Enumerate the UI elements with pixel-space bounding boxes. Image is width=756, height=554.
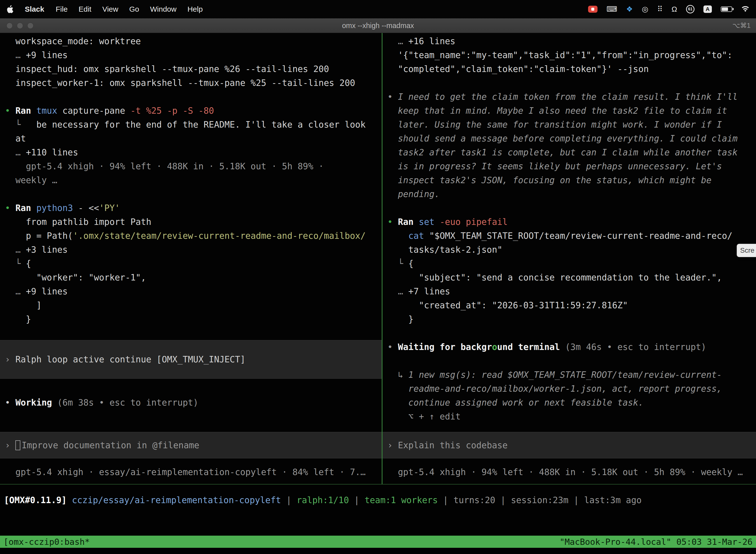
text-segment: tmux <box>36 106 57 116</box>
dots-grid-icon[interactable]: ⠿ <box>657 5 663 13</box>
text-segment: (3m 46s • esc to interrupt) <box>560 342 706 352</box>
text-segment: weekly … <box>5 175 57 185</box>
keyboard-icon[interactable]: ⌨ <box>607 5 617 13</box>
text-segment: cat <box>408 231 424 241</box>
terminal-line: readme-and-reco/mailbox/worker-1.json, a… <box>387 382 756 396</box>
text-segment: '.omx/state/team/review-current-readme-a… <box>73 231 366 241</box>
terminal-line: "created_at": "2026-03-31T11:59:27.816Z" <box>387 298 756 312</box>
text-segment: at <box>5 133 26 144</box>
terminal-line: workspace_mode: worktree <box>5 34 382 48</box>
text-segment: ] <box>5 300 42 310</box>
text-segment: • <box>387 92 398 102</box>
terminal-line <box>387 354 756 368</box>
terminal-line: • Ran set -euo pipefail <box>387 215 756 229</box>
text-segment: › <box>5 440 15 450</box>
text-segment: › <box>5 354 15 365</box>
menu-items: FileEditViewGoWindowHelp <box>56 5 203 13</box>
active-app-name[interactable]: Slack <box>25 5 44 13</box>
blue-app-icon[interactable]: ❖ <box>626 5 633 13</box>
text-segment: "$OMX_TEAM_STATE_ROOT/team/review-curren… <box>424 231 733 241</box>
text-segment: … <box>5 286 26 296</box>
record-dot <box>591 8 594 11</box>
terminal-line: keep that in mind. Maybe I also need the… <box>387 104 756 118</box>
terminal-line: } <box>387 312 756 326</box>
text-segment: +7 lines <box>408 286 450 296</box>
text-segment: | <box>349 495 365 505</box>
left-pane[interactable]: workspace_mode: worktree … +9 lines insp… <box>0 33 382 484</box>
close-button[interactable] <box>6 22 13 29</box>
battery-icon[interactable] <box>721 6 732 12</box>
text-segment: team:1 workers <box>365 495 438 505</box>
ghost-icon[interactable]: Ω <box>672 5 677 13</box>
text-segment: later. Using the same for transition mig… <box>387 120 722 129</box>
text-segment: 1 new msg(s): read $OMX_TEAM_STATE_ROOT/… <box>408 370 722 380</box>
prompt-text: › Improve documentation in @filename <box>5 438 199 452</box>
menu-go[interactable]: Go <box>129 5 139 13</box>
menu-help[interactable]: Help <box>188 5 203 13</box>
input-source-icon[interactable]: A <box>703 5 712 13</box>
wifi-icon[interactable] <box>741 6 750 12</box>
text-segment: • <box>5 106 15 116</box>
prompt-text: › Ralph loop active continue [OMX_TMUX_I… <box>5 352 245 366</box>
terminal-line: at <box>5 131 382 146</box>
text-segment: └ <box>387 259 408 269</box>
menu-bar-status-icons: ⌨❖◎⠿Ω61A <box>588 5 750 13</box>
terminal-line <box>5 90 382 104</box>
text-segment: └ <box>5 120 36 129</box>
text-segment: } <box>387 314 414 324</box>
terminal-line: from pathlib import Path <box>5 215 382 229</box>
text-segment: "worker": "worker-1", <box>5 273 146 282</box>
wifi-svg <box>741 6 750 12</box>
prompt-text: › Explain this codebase <box>387 438 508 452</box>
zoom-button[interactable] <box>27 22 34 29</box>
omx-status-line: [OMX#0.11.9] cczip/essay/ai-reimplementa… <box>4 493 756 507</box>
window-title: omx --xhigh --madmax <box>0 21 756 30</box>
clock-icon[interactable]: ◎ <box>642 5 648 13</box>
spacer <box>5 458 382 465</box>
text-segment: from pathlib import Path <box>5 217 151 227</box>
ralph-loop-prompt[interactable]: › Ralph loop active continue [OMX_TMUX_I… <box>0 340 382 379</box>
screen: Slack FileEditViewGoWindowHelp ⌨❖◎⠿Ω61A … <box>0 0 756 554</box>
text-segment: | <box>281 495 297 505</box>
improve-docs-prompt[interactable]: › Improve documentation in @filename <box>0 432 382 458</box>
text-segment: "subject": "send a concise recommendatio… <box>387 273 722 282</box>
text-segment: { <box>408 259 414 269</box>
text-segment: { <box>26 259 31 269</box>
text-segment: Explain this codebase <box>398 440 508 450</box>
menu-view[interactable]: View <box>102 5 118 13</box>
terminal-line: • Ran python3 - <<'PY' <box>5 201 382 215</box>
menu-window[interactable]: Window <box>150 5 177 13</box>
apple-logo-icon[interactable] <box>6 5 13 13</box>
text-segment: "completed","claim_token":"claim-token"}… <box>387 64 649 74</box>
menu-edit[interactable]: Edit <box>79 5 91 13</box>
right-pane[interactable]: … +16 lines '{"team_name":"my-team","tas… <box>382 33 756 484</box>
terminal-line: should send a message before completing … <box>387 131 756 146</box>
screen-recording-indicator[interactable] <box>588 6 597 13</box>
text-segment: › <box>387 440 398 450</box>
window-title-bar[interactable]: omx --xhigh --madmax ⌥⌘1 <box>0 18 756 33</box>
text-segment: - << <box>73 203 99 213</box>
spacer <box>387 424 756 432</box>
explain-codebase-prompt[interactable]: › Explain this codebase <box>382 432 756 458</box>
minimize-button[interactable] <box>17 22 23 29</box>
battery-percent-badge[interactable]: 61 <box>686 5 694 13</box>
text-segment: continue assigned work or next feasible … <box>387 398 644 407</box>
text-segment: I need to get the claim token from the c… <box>398 92 738 102</box>
terminal-line: inspect_hud: omx sparkshell --tmux-pane … <box>5 62 382 76</box>
text-segment: capture-pane <box>57 106 130 116</box>
terminal-line: "worker": "worker-1", <box>5 271 382 284</box>
screenshot-notification-clipped[interactable]: Scre <box>737 244 756 257</box>
text-segment: inspect_worker-1: omx sparkshell --tmux-… <box>5 78 355 88</box>
terminal-line: … +9 lines <box>5 284 382 298</box>
text-segment: Ran <box>15 203 31 213</box>
text-segment: Ralph loop active continue [OMX_TMUX_INJ… <box>15 354 245 365</box>
terminal-line: … +9 lines <box>5 48 382 62</box>
terminal-line: … +16 lines <box>387 34 756 48</box>
text-segment: -t %25 -p -S -80 <box>130 106 214 116</box>
battery-level <box>722 7 728 11</box>
menu-file[interactable]: File <box>56 5 67 13</box>
text-segment: task2 after task1 is complete, but can I… <box>387 148 738 157</box>
terminal-line: task2 after task1 is complete, but can I… <box>387 146 756 159</box>
text-segment: o <box>492 342 497 352</box>
terminal-line <box>387 76 756 90</box>
